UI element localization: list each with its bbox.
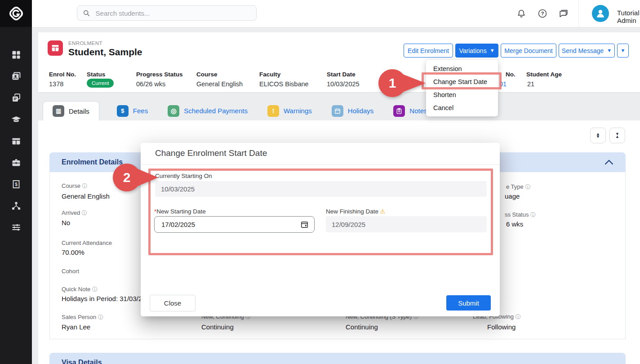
menu-item-extension[interactable]: Extension: [426, 62, 498, 75]
visa-details-panel-header[interactable]: Visa Details: [49, 353, 626, 364]
chevron-down-icon: ▼: [607, 48, 612, 53]
enrol-no-label: Enrol No.: [49, 71, 76, 78]
sidebar-item-documents[interactable]: [0, 87, 32, 109]
tab-details-label: Details: [69, 107, 89, 115]
tab-scheduled-payments[interactable]: ◎ Scheduled Payments: [165, 101, 250, 120]
faculty-label: Faculty: [259, 71, 280, 78]
app-logo[interactable]: [0, 0, 32, 27]
modal-title: Change Enrolment Start Date: [155, 148, 267, 158]
brand-logo-icon: [8, 5, 25, 22]
person-icon: [595, 8, 606, 19]
chevron-down-icon: ▼: [621, 48, 626, 53]
send-message-button[interactable]: Send Message ▼: [559, 44, 615, 58]
sidebar-item-settings[interactable]: [0, 217, 32, 238]
student-no-link[interactable]: 01: [499, 80, 507, 88]
topbar: ? Tutorial Admin: [32, 0, 640, 27]
enrolment-header: ENROLMENT Student, Sample Edit Enrolment…: [38, 32, 640, 93]
help-button[interactable]: ?: [538, 9, 547, 18]
tab-fees[interactable]: $ Fees: [115, 101, 150, 120]
variations-button[interactable]: Variations ▼: [455, 44, 498, 58]
user-avatar[interactable]: [592, 5, 609, 22]
annotation-arrow-right-icon: [136, 168, 158, 187]
sidebar: $: [0, 0, 32, 364]
sidebar-item-services[interactable]: [0, 152, 32, 173]
send-message-label: Send Message: [562, 47, 604, 54]
edit-enrolment-button[interactable]: Edit Enrolment: [404, 44, 453, 58]
enrolment-record-icon: [48, 40, 63, 56]
edit-enrolment-label: Edit Enrolment: [408, 47, 449, 54]
menu-item-cancel[interactable]: Cancel: [426, 101, 498, 114]
more-actions-button[interactable]: ▼: [617, 44, 629, 58]
chevron-up-icon[interactable]: [604, 160, 613, 165]
search-input[interactable]: [95, 9, 251, 18]
arrived-field-value: No: [62, 219, 70, 226]
new-starting-date-input[interactable]: [160, 220, 288, 229]
arrived-field-label: Arrived ⓘ: [62, 209, 87, 217]
status-label: Status: [87, 71, 105, 78]
expand-all-button[interactable]: ▲▼: [590, 128, 606, 143]
sidebar-item-dashboard[interactable]: [0, 44, 32, 66]
tab-warnings-label: Warnings: [284, 107, 312, 115]
menu-item-shorten[interactable]: Shorten: [426, 88, 498, 101]
visa-details-title: Visa Details: [62, 359, 102, 364]
student-search[interactable]: [77, 5, 257, 21]
course-label: Course: [196, 71, 218, 78]
warnings-icon: !: [267, 105, 279, 117]
tab-notes-label: Notes: [409, 107, 427, 115]
bell-icon: [516, 9, 526, 18]
info-icon: ⓘ: [530, 212, 536, 218]
start-date-value: 10/03/2025: [327, 80, 360, 88]
close-button[interactable]: Close: [150, 295, 196, 311]
progress-status-field-label-partial: ss Status ⓘ: [505, 211, 536, 219]
course-field-label: Course ⓘ: [62, 182, 88, 190]
tab-holidays[interactable]: Holidays: [329, 101, 376, 120]
briefcase-icon: [11, 157, 22, 168]
notifications-button[interactable]: [516, 9, 526, 18]
merge-document-button[interactable]: Merge Document: [501, 44, 556, 58]
table-glyph-icon: [50, 43, 60, 53]
warning-icon: ⚠: [380, 208, 386, 215]
search-icon: [83, 9, 90, 17]
sidebar-item-network[interactable]: [0, 195, 32, 217]
quick-note-field-label: Quick Note ⓘ: [62, 286, 98, 293]
dollar-banner-icon: $: [11, 179, 22, 190]
tab-warnings[interactable]: ! Warnings: [265, 101, 314, 120]
new-starting-date-label: *New Starting Date: [154, 208, 206, 215]
sidebar-item-students[interactable]: [0, 66, 32, 87]
scheduled-payments-icon: ◎: [168, 105, 179, 117]
sliders-icon: [11, 222, 22, 233]
sales-person-field-label: Sales Person ⓘ: [62, 314, 103, 321]
quick-note-field-value: Holidays in Period: 31/03/202: [62, 295, 150, 302]
status-badge: Current: [87, 79, 114, 88]
holidays-calendar-icon: [332, 105, 343, 117]
user-name[interactable]: Tutorial Admin: [617, 9, 640, 24]
new-starting-date-field[interactable]: [154, 216, 315, 233]
arrow-up-icon: ▲: [615, 136, 619, 138]
info-icon: ⓘ: [82, 210, 87, 216]
record-type-label: ENROLMENT: [68, 40, 102, 46]
submit-button[interactable]: Submit: [446, 295, 491, 311]
messages-button[interactable]: [559, 9, 569, 18]
app-window: $: [0, 0, 640, 364]
calendar-icon[interactable]: [300, 220, 309, 229]
enrolments-table-icon: [11, 136, 22, 146]
course-type-field-value-partial: uage: [505, 192, 520, 200]
collapse-all-button[interactable]: ▼▲: [609, 128, 625, 143]
student-no-label: No.: [506, 71, 516, 78]
new-continuing-field-value: Continuing: [201, 323, 234, 331]
details-icon: ≣: [53, 105, 64, 117]
arrow-down-icon: ▼: [596, 136, 600, 138]
sidebar-item-finance[interactable]: $: [0, 173, 32, 195]
tab-holidays-label: Holidays: [348, 107, 374, 115]
menu-item-change-start-date[interactable]: Change Start Date: [426, 75, 498, 88]
tab-notes[interactable]: Notes: [391, 101, 429, 120]
tab-scheduled-payments-label: Scheduled Payments: [184, 107, 248, 115]
svg-text:$: $: [15, 182, 18, 187]
annotation-step-2: 2: [113, 164, 164, 191]
sidebar-item-enrolments[interactable]: [0, 130, 32, 152]
merge-document-label: Merge Document: [504, 47, 552, 54]
tab-details[interactable]: ≣ Details: [43, 101, 99, 120]
documents-icon: [11, 93, 22, 103]
progress-status-label: Progress Status: [136, 71, 183, 78]
sidebar-item-courses[interactable]: [0, 109, 32, 130]
